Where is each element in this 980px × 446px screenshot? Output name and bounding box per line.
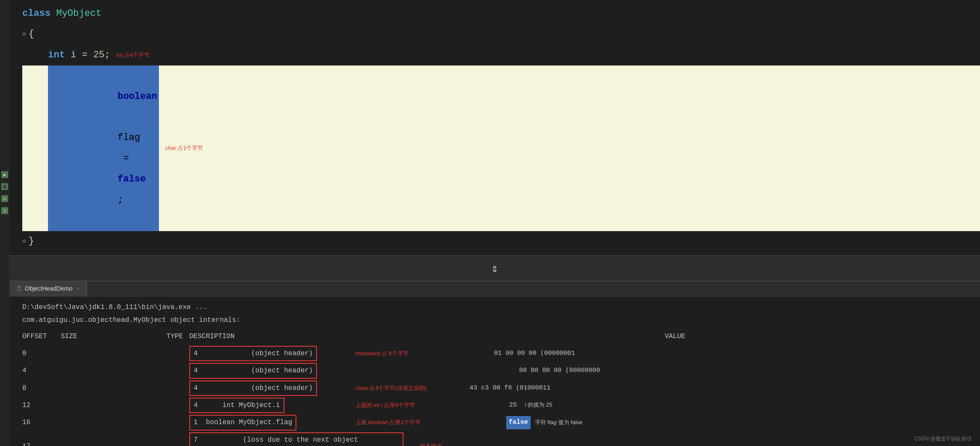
row5-offset: 17 [22, 440, 61, 446]
content-area: class MyObject ⊖ { int i = 25 ; [9, 0, 980, 446]
row1-value: 00 00 00 00 (00000000 [519, 365, 600, 377]
false-value-highlight: false [506, 416, 531, 429]
code-text-3 [65, 45, 71, 65]
code-eq: = [76, 45, 93, 65]
sidebar-icon-1[interactable]: ▶ [1, 171, 8, 178]
tab-label: ObjectHeadDemo [25, 285, 72, 292]
row3-desc-box: 4 int MyObject.i [189, 398, 284, 413]
row4-side-note: 上面 boolean 占用1个字节 [356, 419, 421, 425]
code-line-1: class MyObject [22, 3, 980, 24]
table-header: OFFSET SIZE TYPE DESCRIPTION VALUE [22, 328, 967, 345]
semicolon-2: ; [117, 195, 123, 205]
row4-value: false 字符 flag 值为 false [506, 416, 583, 429]
row3-value-note: i 的值为 25 [525, 401, 553, 408]
console-tab-objectheaddemo[interactable]: 🗒 ObjectHeadDemo × [9, 281, 87, 296]
int-note: int 占4个字节 [117, 49, 149, 62]
col-header-value: VALUE [665, 330, 685, 343]
row2-side-note: class 占4个字节(压缩之后的) [356, 385, 427, 391]
class-name: MyObject [56, 3, 102, 24]
row5-note: 对齐填充 [412, 440, 442, 446]
flag-var: flag [117, 132, 140, 143]
col-header-size: SIZE [61, 330, 99, 343]
output-table: OFFSET SIZE TYPE DESCRIPTION VALUE 0 4 (… [22, 328, 967, 446]
console-object-line: com.atguigu.juc.objecthead.MyObject obje… [22, 314, 967, 327]
row3-value: 25 i 的值为 25 [509, 399, 553, 412]
table-row-1: 4 4 (object header) 00 00 00 00 (0000000… [22, 362, 967, 379]
table-row-3: 12 4 int MyObject.i 上面的 int i 占用4个字节 25 … [22, 397, 967, 414]
col-header-type: TYPE [99, 330, 189, 343]
row3-offset: 12 [22, 399, 61, 412]
char-note: char 占1个字节 [165, 142, 203, 155]
hl-space-1 [117, 112, 123, 122]
row4-offset: 16 [22, 416, 61, 429]
table-row-2: 8 4 (object header) class 占4个字节(压缩之后的) 4… [22, 380, 967, 397]
row4-note: 上面 boolean 占用1个字节 [348, 416, 421, 429]
table-row-4: 16 1 boolean MyObject.flag 上面 boolean 占用… [22, 414, 967, 431]
code-line-4: boolean flag = false ; char 占1个字节 [22, 65, 980, 231]
class-keyword: class [22, 3, 51, 24]
tab-doc-icon: 🗒 [16, 285, 22, 292]
code-line-3: int i = 25 ; int 占4个字节 [22, 45, 980, 65]
row3-side-note: 上面的 int i 占用4个字节 [356, 402, 415, 408]
code-section: class MyObject ⊖ { int i = 25 ; [9, 0, 980, 256]
fold-icon-1: ⊖ [22, 28, 26, 41]
col-header-desc: DESCRIPTION [189, 330, 339, 343]
row0-value: 01 00 00 00 (00000001 [494, 348, 575, 360]
hl-eq: = [117, 153, 134, 164]
false-val: false [117, 174, 146, 184]
code-space [51, 3, 56, 24]
table-row-0: 0 4 (object header) markword 占 8个字节 01 0… [22, 345, 967, 362]
console-tab-bar: 🗒 ObjectHeadDemo × [9, 281, 980, 297]
open-brace: { [28, 24, 34, 45]
row1-desc-box: 4 (object header) [189, 363, 317, 378]
row2-note: class 占4个字节(压缩之后的) [348, 382, 427, 395]
row0-desc-box: 4 (object header) [189, 346, 317, 361]
col-header-offset: OFFSET [22, 330, 61, 343]
row3-note: 上面的 int i 占用4个字节 [348, 399, 415, 412]
console-path-line: D:\devSoft\Java\jdk1.8.0_111\bin\java.ex… [22, 301, 967, 314]
row0-side-note: markword 占 8个字节 [356, 350, 409, 357]
row0-note: markword 占 8个字节 [348, 347, 409, 360]
console-top: 🗒 ObjectHeadDemo × [9, 281, 980, 297]
row5-side-note: 对齐填充 [420, 443, 442, 446]
row1-offset: 4 [22, 364, 61, 377]
row2-value: 43 c3 00 f8 (01000011 [469, 382, 550, 395]
boolean-keyword-selected: boolean flag = false ; [48, 65, 159, 231]
var-i: i [71, 45, 76, 65]
table-row-5: 17 7 (loss due to the next object alignm… [22, 431, 967, 446]
row0-desc: 4 (object header) [189, 346, 339, 361]
console-output: D:\devSoft\Java\jdk1.8.0_111\bin\java.ex… [9, 297, 980, 446]
footer-watermark: CSDN @魔道不误砍柴功 [914, 435, 971, 443]
code-block: class MyObject ⊖ { int i = 25 ; [22, 3, 980, 252]
sidebar-icon-3[interactable]: ↻ [1, 195, 8, 202]
main-container: ▶ ⬛ ↻ ⤵ class MyObject ⊖ { [0, 0, 980, 446]
row2-desc: 4 (object header) [189, 381, 339, 396]
code-line-5: ⊖ } [22, 231, 980, 252]
row0-offset: 0 [22, 347, 61, 360]
row4-value-note: 字符 flag 值为 false [535, 417, 583, 428]
row4-desc-box: 1 boolean MyObject.flag [189, 415, 296, 430]
int-keyword: int [48, 45, 65, 65]
code-line-2: ⊖ { [22, 24, 980, 45]
close-brace: } [28, 231, 34, 252]
fold-icon-2: ⊖ [22, 235, 26, 248]
row5-desc-box: 7 (loss due to the next object alignment… [189, 432, 403, 446]
left-sidebar: ▶ ⬛ ↻ ⤵ [0, 0, 9, 446]
semicolon-1: ; [105, 45, 110, 65]
sidebar-icon-4[interactable]: ⤵ [1, 207, 8, 214]
row4-desc: 1 boolean MyObject.flag [189, 415, 339, 430]
row1-desc: 4 (object header) [189, 363, 339, 378]
row2-desc-box: 4 (object header) [189, 381, 317, 396]
row3-desc: 4 int MyObject.i [189, 398, 339, 413]
divider: ⇕ [9, 256, 980, 281]
resize-arrow-icon[interactable]: ⇕ [491, 261, 499, 276]
val-25: 25 [93, 45, 105, 65]
tab-close-icon[interactable]: × [77, 286, 79, 291]
row5-desc: 7 (loss due to the next object alignment… [189, 432, 403, 446]
boolean-kw: boolean [117, 91, 157, 102]
row2-offset: 8 [22, 382, 61, 395]
sidebar-icon-2[interactable]: ⬛ [1, 183, 8, 190]
